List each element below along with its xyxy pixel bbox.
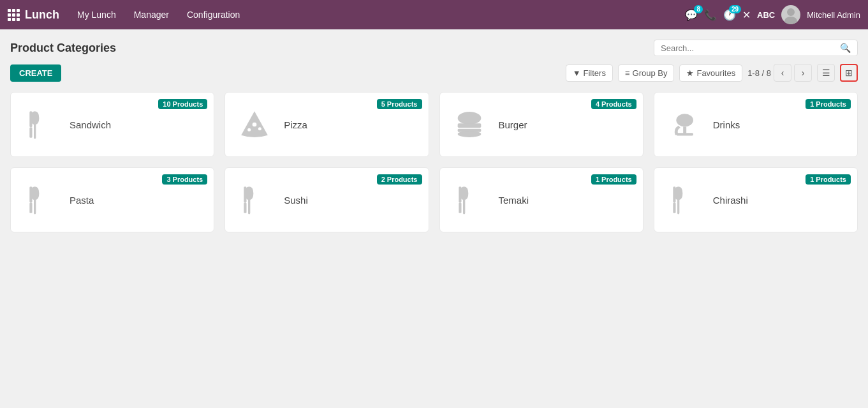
waffle-icon[interactable] [8,9,20,21]
category-name: Chirashi [713,195,748,206]
topnav-right: 💬 8 📞 🕐 29 ✕ ABC Mitchell Admin [685,5,860,24]
svg-point-4 [253,123,257,127]
app-brand[interactable]: Lunch [8,8,59,22]
phone-icon[interactable]: 📞 [704,9,717,21]
activity-icon[interactable]: 🕐 29 [723,9,736,21]
nav-manager[interactable]: Manager [126,6,177,24]
groupby-button[interactable]: ≡ Group By [618,64,675,82]
abc-label[interactable]: ABC [757,10,775,20]
grid-view-button[interactable]: ⊞ [840,64,858,82]
close-icon[interactable]: ✕ [742,9,751,21]
page-title: Product Categories [10,42,116,55]
search-icon[interactable]: 🔍 [840,43,851,53]
kanban-grid: 10 Products Sandwich 5 Products Pizza 4 … [10,92,858,232]
kanban-card-temaki[interactable]: 1 Products Temaki [439,167,644,232]
pagination-text: 1-8 / 8 [747,68,771,78]
favourites-label: Favourites [696,68,735,78]
svg-rect-12 [676,133,693,135]
grid-icon: ⊞ [845,68,853,78]
chat-badge: 8 [694,5,703,13]
product-badge: 1 Products [805,174,851,185]
groupby-icon: ≡ [625,68,630,78]
search-input[interactable] [661,43,835,53]
svg-rect-3 [29,127,32,138]
page-header: Product Categories 🔍 [10,40,858,56]
kanban-card-drinks[interactable]: 1 Products Drinks [654,92,858,157]
svg-point-0 [787,8,795,16]
toolbar: CREATE ▼ Filters ≡ Group By ★ Favourites… [10,64,858,82]
category-name: Pasta [70,195,94,206]
filters-button[interactable]: ▼ Filters [566,64,613,82]
kanban-card-sandwich[interactable]: 10 Products Sandwich [10,92,214,157]
svg-rect-14 [29,202,32,213]
filter-icon: ▼ [573,68,581,78]
kanban-card-chirashi[interactable]: 1 Products Chirashi [654,167,858,232]
avatar[interactable] [781,5,800,24]
kanban-card-sushi[interactable]: 2 Products Sushi [224,167,429,232]
groupby-label: Group By [633,68,668,78]
kanban-card-pizza[interactable]: 5 Products Pizza [224,92,429,157]
search-bar[interactable]: 🔍 [654,40,858,56]
svg-point-6 [258,127,261,130]
svg-point-5 [247,128,251,132]
svg-rect-16 [244,202,247,213]
product-badge: 3 Products [162,174,207,185]
svg-point-1 [784,17,797,24]
category-icon [450,181,489,219]
nav-my-lunch[interactable]: My Lunch [70,6,124,24]
svg-point-10 [457,131,481,137]
category-icon [665,105,703,144]
toolbar-right: ▼ Filters ≡ Group By ★ Favourites 1-8 / … [566,64,858,82]
list-icon: ☰ [822,68,830,78]
star-icon: ★ [686,68,694,78]
kanban-card-burger[interactable]: 4 Products Burger [439,92,644,157]
create-button[interactable]: CREATE [10,64,61,82]
category-icon [21,181,59,219]
list-view-button[interactable]: ☰ [817,64,835,82]
category-icon [235,181,274,219]
category-name: Sandwich [70,119,111,130]
product-badge: 1 Products [591,174,636,185]
nav-configuration[interactable]: Configuration [179,6,247,24]
category-name: Temaki [499,195,529,206]
category-name: Drinks [713,119,740,130]
pagination-prev[interactable]: ‹ [774,64,791,82]
kanban-card-pasta[interactable]: 3 Products Pasta [10,167,214,232]
toolbar-left: CREATE [10,64,61,82]
top-menu: My Lunch Manager Configuration [70,6,682,24]
pagination-next[interactable]: › [794,64,812,82]
product-badge: 2 Products [377,174,422,185]
filters-label: Filters [584,68,606,78]
svg-rect-20 [673,202,675,213]
svg-rect-18 [459,202,461,213]
main-content: Product Categories 🔍 CREATE ▼ Filters ≡ … [0,29,868,408]
category-icon [235,105,274,144]
activity-badge: 29 [729,5,741,13]
category-name: Sushi [284,195,308,206]
app-name: Lunch [25,8,59,22]
favourites-button[interactable]: ★ Favourites [679,64,742,82]
product-badge: 10 Products [158,99,207,109]
category-name: Burger [499,119,527,130]
product-badge: 5 Products [377,99,422,109]
chat-icon[interactable]: 💬 8 [685,9,698,21]
username[interactable]: Mitchell Admin [807,10,860,20]
pagination: 1-8 / 8 ‹ › [747,64,812,82]
svg-point-7 [457,112,481,125]
product-badge: 1 Products [805,99,851,109]
svg-rect-8 [457,123,481,128]
category-icon [450,105,489,144]
category-name: Pizza [284,119,307,130]
category-icon [665,181,703,219]
top-navigation: Lunch My Lunch Manager Configuration 💬 8… [0,0,868,29]
category-icon [21,105,59,144]
svg-point-11 [676,114,693,126]
product-badge: 4 Products [591,99,636,109]
